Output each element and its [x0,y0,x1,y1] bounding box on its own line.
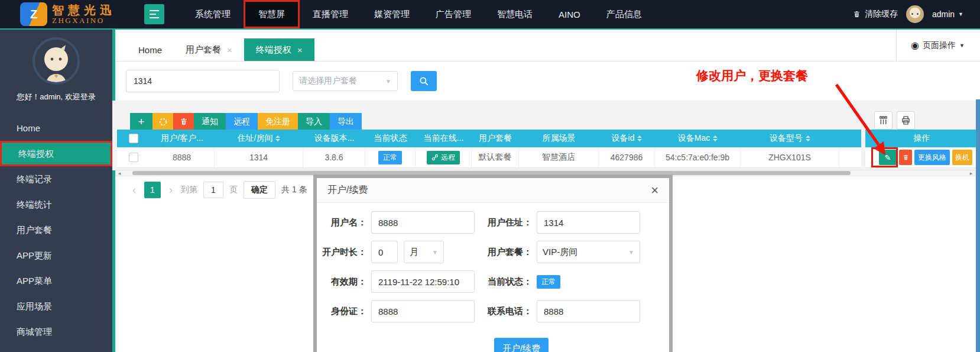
refresh-button[interactable] [152,113,173,130]
sidebar-item-app-update[interactable]: APP更新 [0,243,112,268]
phone-field[interactable] [537,300,640,322]
duration-field[interactable] [371,241,398,263]
nav-item-product[interactable]: 产品信息 [593,0,655,28]
username-label: admin [932,9,955,19]
nav-item-live[interactable]: 直播管理 [300,0,361,28]
online-badge[interactable]: 远程 [427,151,460,164]
sidebar-item-terminal-records[interactable]: 终端记录 [0,166,112,192]
plan-label: 用户套餐： [475,247,537,258]
remote-button[interactable]: 远程 [226,113,258,130]
scroll-left-icon[interactable]: ◂ [116,170,123,176]
nav-item-media[interactable]: 媒资管理 [361,0,423,28]
page-number-button[interactable]: 1 [144,182,161,198]
sort-icon[interactable] [713,135,718,141]
col-scene[interactable]: 所属场景 [519,130,599,147]
page-actions-dropdown[interactable]: ◉ 页面操作 ▼ [896,30,980,62]
nav-item-system[interactable]: 系统管理 [182,0,244,28]
chevron-down-icon: ▼ [432,249,438,256]
close-icon[interactable]: × [297,45,303,55]
pagination: ‹ 1 › 到第 页 确定 共 1 条 30 [130,181,337,199]
col-online[interactable]: 当前在线... [416,130,472,147]
plan-select[interactable]: 请选择用户套餐 ▼ [293,71,398,91]
notify-button[interactable]: 通知 [194,113,226,130]
import-button[interactable]: 导入 [298,113,330,130]
nav-item-smart-screen[interactable]: 智慧屏 [244,0,300,28]
trash-icon [180,117,188,126]
sidebar-item-app-menu[interactable]: APP菜单 [0,268,112,293]
chevron-down-icon: ▼ [959,43,965,49]
col-plan[interactable]: 用户套餐 [472,130,519,147]
status-badge: 正常 [378,151,402,164]
plan-select-field[interactable]: VIP-房间 ▼ [537,241,640,263]
no-register-button[interactable]: 免注册 [258,113,298,130]
nav-item-smart-phone[interactable]: 智慧电话 [484,0,546,28]
goto-confirm-button[interactable]: 确定 [244,181,275,199]
sidebar-toggle-button[interactable] [144,4,164,24]
clear-cache-label: 清除缓存 [865,9,898,20]
cell-scene: 智慧酒店 [519,147,599,167]
sort-icon[interactable] [637,135,642,141]
prev-page-icon[interactable]: ‹ [130,184,138,196]
sidebar-item-terminal-auth[interactable]: 终端授权 [0,141,112,166]
cell-version: 3.8.6 [303,147,365,167]
row-checkbox[interactable] [129,153,138,162]
goto-page-input[interactable] [203,182,223,198]
scroll-right-icon[interactable]: ▸ [968,170,975,176]
tab-terminal-auth[interactable]: 终端授权 × [244,38,314,61]
col-address[interactable]: 住址/房间 [215,130,303,147]
next-page-icon[interactable]: › [167,184,175,196]
row-delete-button[interactable] [899,150,912,165]
col-device-model[interactable]: 设备型号 [741,130,839,147]
user-menu[interactable]: admin ▼ [932,9,963,19]
clear-cache-button[interactable]: 清除缓存 [853,9,898,20]
tab-bar: Home 用户套餐 × 终端授权 × ◉ 页面操作 ▼ [112,30,980,62]
sidebar-item-home[interactable]: Home [0,115,112,141]
trash-icon [903,154,909,161]
change-style-button[interactable]: 更换风格 [914,150,950,165]
nav-item-aino[interactable]: AINO [546,0,593,28]
export-button[interactable]: 导出 [330,113,362,130]
expiry-field[interactable] [371,270,475,293]
close-icon[interactable]: × [227,45,232,55]
tab-user-plans[interactable]: 用户套餐 × [174,38,244,61]
search-button[interactable] [411,71,437,91]
col-user[interactable]: 用户/客户... [150,130,215,147]
tab-label: Home [138,45,162,55]
add-button[interactable]: + [130,113,152,130]
sidebar-item-app-scene[interactable]: 应用场景 [0,293,112,319]
sidebar-item-mall[interactable]: 商城管理 [0,319,112,344]
duration-unit-select[interactable]: 月 ▼ [404,241,444,263]
tab-home[interactable]: Home [126,38,174,61]
user-avatar[interactable] [906,5,924,23]
total-count-label: 共 1 条 [281,185,307,195]
nav-item-ads[interactable]: 广告管理 [423,0,484,28]
page-actions-label: 页面操作 [923,40,956,51]
delete-button[interactable] [173,113,194,130]
sidebar-item-user-plans[interactable]: 用户套餐 [0,217,112,243]
col-device-id[interactable]: 设备id [599,130,655,147]
trash-icon [853,10,861,18]
swap-device-button[interactable]: 换机 [952,150,972,165]
col-device-mac[interactable]: 设备Mac [655,130,741,147]
close-icon[interactable]: × [651,184,658,197]
col-status[interactable]: 当前状态 [365,130,416,147]
sidebar-item-terminal-stats[interactable]: 终端统计 [0,192,112,217]
app-logo: Z 智慧光迅 ZHGXAINO [20,2,116,26]
annotation-highlight-box [871,147,898,167]
keyword-input[interactable] [126,70,280,92]
id-card-field[interactable] [371,300,475,322]
col-version[interactable]: 设备版本... [303,130,365,147]
address-field[interactable] [537,211,640,234]
submit-button[interactable]: 开户/续费 [494,338,549,352]
cell-device-mac: 54:c5:7a:e0:fe:9b [655,147,741,167]
vertical-scrollbar[interactable] [976,99,980,352]
expiry-label: 有效期： [317,276,371,288]
username-field[interactable] [371,211,475,234]
table-header-row: 用户/客户... 住址/房间 设备版本... 当前状态 当前在线... 用户套餐… [117,130,861,147]
sort-icon[interactable] [275,135,280,141]
main-nav: 系统管理 智慧屏 直播管理 媒资管理 广告管理 智慧电话 AINO 产品信息 [182,0,655,28]
select-all-checkbox[interactable] [129,134,138,143]
sort-icon[interactable] [806,135,810,141]
print-button[interactable] [897,111,915,130]
sidebar-menu: Home 终端授权 终端记录 终端统计 用户套餐 APP更新 APP菜单 应用场… [0,115,112,344]
